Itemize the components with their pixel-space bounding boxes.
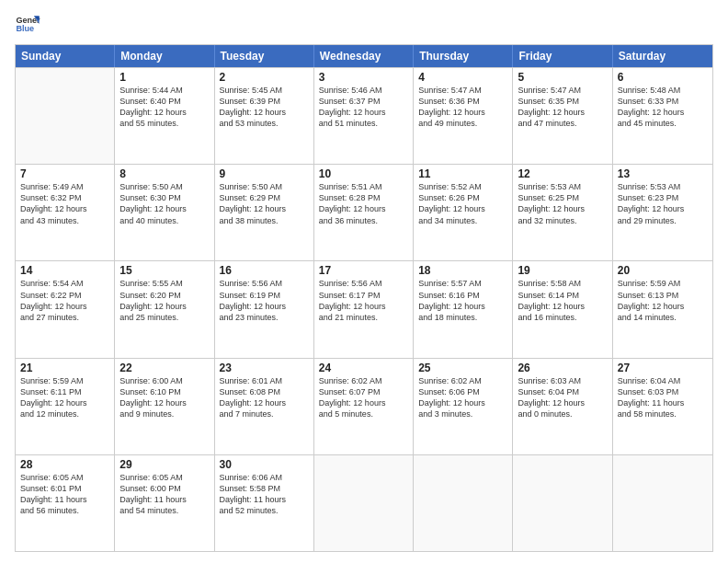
calendar-cell: 27Sunrise: 6:04 AM Sunset: 6:03 PM Dayli…: [613, 359, 712, 454]
day-number: 29: [119, 458, 209, 471]
calendar-cell: 6Sunrise: 5:48 AM Sunset: 6:33 PM Daylig…: [613, 68, 712, 164]
day-number: 15: [119, 264, 209, 277]
day-number: 17: [319, 264, 408, 277]
day-info: Sunrise: 5:56 AM Sunset: 6:17 PM Dayligh…: [319, 278, 408, 323]
day-number: 4: [418, 71, 507, 84]
logo-icon: General Blue: [15, 11, 40, 37]
calendar-cell: [613, 455, 712, 551]
calendar-cell: 28Sunrise: 6:05 AM Sunset: 6:01 PM Dayli…: [16, 455, 115, 551]
calendar-cell: 13Sunrise: 5:53 AM Sunset: 6:23 PM Dayli…: [613, 165, 712, 260]
day-info: Sunrise: 5:50 AM Sunset: 6:30 PM Dayligh…: [119, 181, 209, 226]
calendar-cell: 19Sunrise: 5:58 AM Sunset: 6:14 PM Dayli…: [513, 261, 612, 357]
calendar-cell: 12Sunrise: 5:53 AM Sunset: 6:25 PM Dayli…: [513, 165, 612, 260]
weekday-header-saturday: Saturday: [613, 45, 712, 67]
day-number: 27: [618, 362, 708, 374]
day-number: 20: [618, 264, 708, 277]
calendar-cell: 3Sunrise: 5:46 AM Sunset: 6:37 PM Daylig…: [314, 68, 414, 164]
day-number: 24: [319, 362, 408, 374]
calendar: SundayMondayTuesdayWednesdayThursdayFrid…: [15, 44, 713, 552]
calendar-cell: 7Sunrise: 5:49 AM Sunset: 6:32 PM Daylig…: [16, 165, 115, 260]
calendar-cell: 24Sunrise: 6:02 AM Sunset: 6:07 PM Dayli…: [314, 359, 414, 454]
svg-text:Blue: Blue: [16, 24, 34, 33]
calendar-cell: 8Sunrise: 5:50 AM Sunset: 6:30 PM Daylig…: [115, 165, 214, 260]
calendar-cell: [414, 455, 513, 551]
calendar-cell: [513, 455, 612, 551]
day-number: 22: [119, 362, 209, 374]
day-info: Sunrise: 5:56 AM Sunset: 6:19 PM Dayligh…: [220, 278, 309, 323]
calendar-cell: 9Sunrise: 5:50 AM Sunset: 6:29 PM Daylig…: [215, 165, 314, 260]
calendar-cell: 14Sunrise: 5:54 AM Sunset: 6:22 PM Dayli…: [16, 261, 115, 357]
weekday-header-tuesday: Tuesday: [215, 45, 314, 67]
calendar-header: SundayMondayTuesdayWednesdayThursdayFrid…: [16, 45, 712, 67]
calendar-cell: 23Sunrise: 6:01 AM Sunset: 6:08 PM Dayli…: [215, 359, 314, 454]
day-number: 8: [119, 167, 209, 180]
calendar-cell: 29Sunrise: 6:05 AM Sunset: 6:00 PM Dayli…: [115, 455, 214, 551]
weekday-header-sunday: Sunday: [16, 45, 115, 67]
day-number: 1: [119, 71, 209, 84]
calendar-cell: 25Sunrise: 6:02 AM Sunset: 6:06 PM Dayli…: [414, 359, 513, 454]
day-number: 2: [220, 71, 309, 84]
calendar-cell: 11Sunrise: 5:52 AM Sunset: 6:26 PM Dayli…: [414, 165, 513, 260]
day-info: Sunrise: 6:02 AM Sunset: 6:07 PM Dayligh…: [319, 375, 408, 420]
calendar-cell: 2Sunrise: 5:45 AM Sunset: 6:39 PM Daylig…: [215, 68, 314, 164]
calendar-cell: 16Sunrise: 5:56 AM Sunset: 6:19 PM Dayli…: [215, 261, 314, 357]
calendar-row-1: 7Sunrise: 5:49 AM Sunset: 6:32 PM Daylig…: [16, 164, 712, 260]
day-number: 19: [518, 264, 607, 277]
day-info: Sunrise: 5:54 AM Sunset: 6:22 PM Dayligh…: [20, 278, 109, 323]
weekday-header-wednesday: Wednesday: [314, 45, 414, 67]
day-info: Sunrise: 5:48 AM Sunset: 6:33 PM Dayligh…: [618, 85, 708, 130]
calendar-cell: 20Sunrise: 5:59 AM Sunset: 6:13 PM Dayli…: [613, 261, 712, 357]
day-number: 13: [618, 167, 708, 180]
day-info: Sunrise: 5:51 AM Sunset: 6:28 PM Dayligh…: [319, 181, 408, 226]
day-number: 6: [618, 71, 708, 84]
day-info: Sunrise: 6:04 AM Sunset: 6:03 PM Dayligh…: [618, 375, 708, 420]
calendar-cell: 26Sunrise: 6:03 AM Sunset: 6:04 PM Dayli…: [513, 359, 612, 454]
day-number: 5: [518, 71, 607, 84]
day-info: Sunrise: 5:53 AM Sunset: 6:23 PM Dayligh…: [618, 181, 708, 226]
day-number: 23: [220, 362, 309, 374]
day-info: Sunrise: 5:50 AM Sunset: 6:29 PM Dayligh…: [220, 181, 309, 226]
day-info: Sunrise: 5:59 AM Sunset: 6:13 PM Dayligh…: [618, 278, 708, 323]
page-header: General Blue: [15, 11, 713, 37]
day-info: Sunrise: 5:49 AM Sunset: 6:32 PM Dayligh…: [20, 181, 109, 226]
day-info: Sunrise: 6:01 AM Sunset: 6:08 PM Dayligh…: [220, 375, 309, 420]
calendar-row-2: 14Sunrise: 5:54 AM Sunset: 6:22 PM Dayli…: [16, 260, 712, 357]
weekday-header-monday: Monday: [115, 45, 214, 67]
day-info: Sunrise: 6:05 AM Sunset: 6:01 PM Dayligh…: [20, 472, 109, 517]
day-info: Sunrise: 5:44 AM Sunset: 6:40 PM Dayligh…: [119, 85, 209, 130]
day-info: Sunrise: 5:45 AM Sunset: 6:39 PM Dayligh…: [220, 85, 309, 130]
logo: General Blue: [15, 11, 44, 37]
day-info: Sunrise: 6:00 AM Sunset: 6:10 PM Dayligh…: [119, 375, 209, 420]
calendar-cell: 4Sunrise: 5:47 AM Sunset: 6:36 PM Daylig…: [414, 68, 513, 164]
calendar-cell: [16, 68, 115, 164]
day-number: 30: [220, 458, 309, 471]
weekday-header-thursday: Thursday: [414, 45, 513, 67]
day-number: 12: [518, 167, 607, 180]
calendar-cell: 22Sunrise: 6:00 AM Sunset: 6:10 PM Dayli…: [115, 359, 214, 454]
calendar-row-4: 28Sunrise: 6:05 AM Sunset: 6:01 PM Dayli…: [16, 454, 712, 551]
day-info: Sunrise: 5:59 AM Sunset: 6:11 PM Dayligh…: [20, 375, 109, 420]
calendar-cell: 15Sunrise: 5:55 AM Sunset: 6:20 PM Dayli…: [115, 261, 214, 357]
day-number: 14: [20, 264, 109, 277]
day-info: Sunrise: 5:47 AM Sunset: 6:35 PM Dayligh…: [518, 85, 607, 130]
weekday-header-friday: Friday: [513, 45, 612, 67]
day-info: Sunrise: 6:06 AM Sunset: 5:58 PM Dayligh…: [220, 472, 309, 517]
calendar-cell: 18Sunrise: 5:57 AM Sunset: 6:16 PM Dayli…: [414, 261, 513, 357]
day-number: 7: [20, 167, 109, 180]
day-number: 25: [418, 362, 507, 374]
day-info: Sunrise: 5:46 AM Sunset: 6:37 PM Dayligh…: [319, 85, 408, 130]
calendar-row-3: 21Sunrise: 5:59 AM Sunset: 6:11 PM Dayli…: [16, 358, 712, 454]
day-number: 28: [20, 458, 109, 471]
day-number: 11: [418, 167, 507, 180]
day-info: Sunrise: 5:52 AM Sunset: 6:26 PM Dayligh…: [418, 181, 507, 226]
calendar-cell: 21Sunrise: 5:59 AM Sunset: 6:11 PM Dayli…: [16, 359, 115, 454]
day-info: Sunrise: 5:57 AM Sunset: 6:16 PM Dayligh…: [418, 278, 507, 323]
day-info: Sunrise: 6:03 AM Sunset: 6:04 PM Dayligh…: [518, 375, 607, 420]
day-number: 9: [220, 167, 309, 180]
day-info: Sunrise: 5:55 AM Sunset: 6:20 PM Dayligh…: [119, 278, 209, 323]
calendar-cell: 10Sunrise: 5:51 AM Sunset: 6:28 PM Dayli…: [314, 165, 414, 260]
calendar-cell: 1Sunrise: 5:44 AM Sunset: 6:40 PM Daylig…: [115, 68, 214, 164]
calendar-body: 1Sunrise: 5:44 AM Sunset: 6:40 PM Daylig…: [16, 67, 712, 551]
calendar-cell: 30Sunrise: 6:06 AM Sunset: 5:58 PM Dayli…: [215, 455, 314, 551]
day-number: 18: [418, 264, 507, 277]
